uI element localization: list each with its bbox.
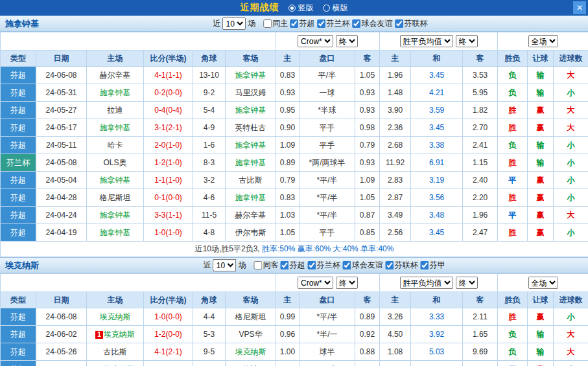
column-header-13: 胜负 (498, 292, 528, 308)
cell-handicap-result: 输 (528, 326, 554, 343)
cell-euro-home-odds: 3.90 (380, 102, 411, 119)
league-checkbox-input[interactable] (308, 261, 316, 269)
cell-handicap-line: 平手 (300, 224, 355, 242)
team-name-text: 施拿钟基 (235, 106, 266, 115)
near-label: 近 (213, 18, 221, 29)
team-name-text: OLS奥 (103, 158, 126, 167)
cell-corners: 9-2 (193, 84, 226, 102)
league-filter-checkbox[interactable]: 芬兰杯 (308, 260, 340, 271)
cell-corners: 11-5 (193, 207, 226, 224)
cell-euro-home-odds: 2.56 (380, 224, 411, 242)
league-checkbox-input[interactable] (318, 19, 326, 28)
cell-score: 4-1(2-1) (144, 343, 193, 361)
league-checkbox-input[interactable] (421, 261, 429, 269)
cell-home-team: 施拿钟基 (87, 224, 144, 242)
match-row: 芬超24-05-27拉迪0-4(0-4)5-4施拿钟基0.95*半球0.933.… (1, 102, 588, 119)
column-header-2: 日期 (36, 292, 87, 308)
scope-filter-cell: 全场 (498, 274, 588, 292)
close-button[interactable]: ✕ (573, 1, 586, 14)
league-filter-checkbox[interactable]: 芬联杯 (386, 260, 418, 271)
section-1-filter-controls: 近 10 场 同主 芬超芬兰杯球会友谊芬联杯 (213, 17, 428, 30)
cell-euro-draw-odds: 3.38 (411, 361, 463, 366)
scope-select[interactable]: 全场 (528, 35, 558, 47)
red-card-badge: 1 (95, 331, 103, 339)
cell-euro-home-odds: 3.26 (380, 308, 411, 326)
league-filter-checkbox[interactable]: 芬超 (290, 18, 315, 29)
cell-goals-result: 小 (554, 189, 588, 207)
column-header-2: 日期 (36, 51, 87, 67)
cell-handicap-away-odds: 0.88 (355, 343, 380, 361)
cell-league-type: 芬超 (1, 361, 36, 366)
odds-average-select[interactable]: 胜平负均值 (400, 35, 453, 47)
league-checkbox-input[interactable] (343, 261, 351, 269)
column-header-3: 主场 (87, 292, 144, 308)
same-away-label: 同客 (263, 260, 279, 271)
league-filter-checkbox[interactable]: 球会友谊 (343, 260, 383, 271)
column-header-7: 主 (276, 292, 300, 308)
cell-goals-result: 小 (554, 361, 588, 366)
same-away-checkbox-input[interactable] (254, 261, 263, 269)
bookmaker-select[interactable]: Crow* (298, 277, 333, 289)
cell-euro-draw-odds: 3.33 (411, 308, 463, 326)
cell-euro-draw-odds: 3.45 (411, 67, 463, 84)
cell-euro-away-odds: 2.40 (463, 172, 498, 189)
league-checkbox-group: 芬超芬兰杯球会友谊芬联杯芬甲 (281, 260, 445, 271)
handicap-period-select[interactable]: 终 (336, 35, 358, 47)
cell-handicap-line: *平/半 (300, 172, 355, 189)
handicap-period-select[interactable]: 终 (336, 277, 358, 289)
league-checkbox-input[interactable] (395, 19, 404, 28)
cell-handicap-line: 平手 (300, 119, 355, 137)
league-checkbox-input[interactable] (290, 19, 299, 28)
cell-handicap-home-odds: 1.05 (276, 224, 300, 242)
league-filter-checkbox[interactable]: 芬超 (281, 260, 305, 271)
league-filter-checkbox[interactable]: 球会友谊 (353, 18, 393, 29)
league-checkbox-input[interactable] (386, 261, 394, 269)
radio-horizontal-label: 横版 (333, 3, 348, 14)
recent-matches-table-home: Crow* 终 胜平负均值 终 全场 类型日期主场比分(半场)角球客场主盘口客主… (0, 32, 588, 257)
scope-select[interactable]: 全场 (528, 277, 558, 289)
cell-date: 24-04-28 (36, 189, 87, 207)
cell-result: 胜 (498, 308, 528, 326)
euro-period-select[interactable]: 终 (456, 277, 478, 289)
cell-home-team: 哈卡 (87, 137, 144, 154)
cell-result: 平 (498, 172, 528, 189)
summary-prefix: 近10场,胜5平2负3, (195, 244, 262, 253)
same-home-checkbox-input[interactable] (264, 19, 272, 28)
cell-corners: 3-2 (193, 172, 226, 189)
titlebar: 近期战绩 竖版 横版 ✕ (0, 0, 588, 16)
cell-euro-draw-odds: 4.21 (411, 84, 463, 102)
section-2-filter-controls: 近 10 场 同客 芬超芬兰杯球会友谊芬联杯芬甲 (204, 259, 445, 271)
league-checkbox-input[interactable] (353, 19, 361, 28)
cell-away-team: 施拿钟基 (226, 154, 276, 172)
handicap-odds-filter-cell: Crow* 终 (276, 274, 380, 292)
league-filter-checkbox[interactable]: 芬兰杯 (318, 18, 350, 29)
cell-goals-result: 大 (554, 207, 588, 224)
near-count-select[interactable]: 10 (223, 17, 246, 30)
cell-handicap-away-odds: 0.93 (355, 102, 380, 119)
league-checkbox-input[interactable] (281, 261, 289, 269)
same-venue-checkbox[interactable]: 同客 (254, 260, 279, 271)
cell-handicap-result: 输 (528, 343, 554, 361)
league-label: 芬兰杯 (317, 260, 340, 271)
layout-radio-horizontal[interactable]: 横版 (323, 3, 348, 14)
cell-euro-home-odds: 4.50 (380, 326, 411, 343)
cell-corners: 4-8 (193, 224, 226, 242)
same-venue-checkbox[interactable]: 同主 (264, 18, 288, 29)
cell-home-team: 施拿钟基 (87, 84, 144, 102)
cell-handicap-result: 赢 (528, 361, 554, 366)
column-header-11: 和 (411, 292, 463, 308)
match-row: 芬超24-05-191埃克纳斯1-1(1-0)6-3拉迪0.89*平/半0.99… (1, 361, 588, 366)
league-filter-checkbox[interactable]: 芬联杯 (395, 18, 428, 29)
near-count-select[interactable]: 10 (213, 259, 237, 271)
layout-radio-vertical[interactable]: 竖版 (288, 3, 314, 14)
cell-date: 24-04-19 (36, 224, 87, 242)
away-team-name: 埃克纳斯 (5, 260, 39, 271)
cell-handicap-home-odds: 0.79 (276, 172, 300, 189)
bookmaker-select[interactable]: Crow* (298, 35, 333, 47)
match-row: 芬超24-06-08赫尔辛基4-1(1-1)13-10施拿钟基0.83平/半1.… (1, 67, 588, 84)
euro-period-select[interactable]: 终 (456, 35, 478, 47)
match-row: 芬超24-05-31施拿钟基0-2(0-0)9-2马里汉姆0.93一球0.931… (1, 84, 588, 102)
odds-average-select[interactable]: 胜平负均值 (400, 277, 453, 289)
league-filter-checkbox[interactable]: 芬甲 (421, 260, 445, 271)
column-header-7: 主 (276, 51, 300, 67)
